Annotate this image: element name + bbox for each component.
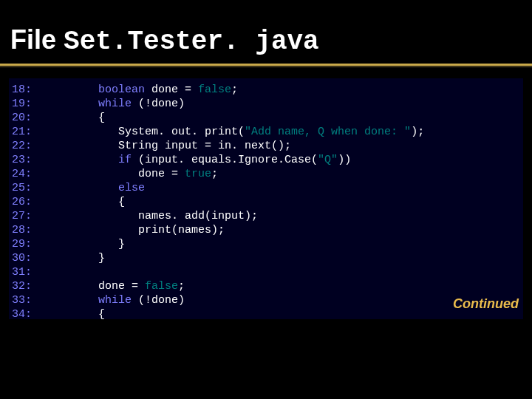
title-prefix: File — [10, 24, 64, 55]
code-block: 18: boolean done = false; 19: while (!do… — [9, 78, 523, 319]
page-title: File Set.Tester. java — [10, 27, 319, 55]
title-rule-thin — [0, 66, 532, 67]
slide: File Set.Tester. java 18: boolean done =… — [0, 0, 532, 399]
title-rule — [0, 64, 532, 66]
continued-label: Continued — [453, 296, 519, 312]
title-filename: Set.Tester. java — [64, 27, 319, 57]
